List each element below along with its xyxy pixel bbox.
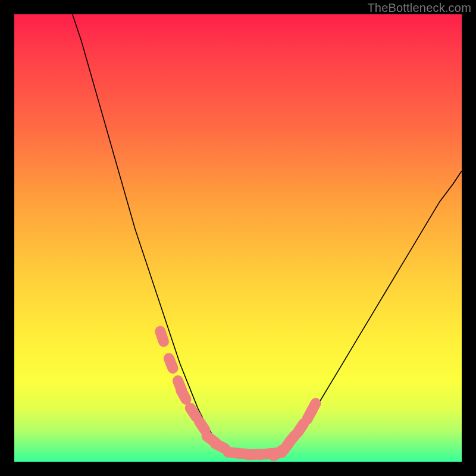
curve-marker: [169, 358, 173, 368]
curve-marker: [311, 403, 315, 413]
curve-marker: [160, 331, 164, 342]
bottleneck-curve: [73, 14, 462, 455]
chart-svg: [14, 14, 462, 462]
chart-plot-area: [14, 14, 462, 462]
curve-marker: [190, 408, 196, 417]
curve-marker: [199, 421, 205, 430]
curve-marker: [181, 390, 186, 399]
curve-marker: [298, 424, 303, 433]
watermark-text: TheBottleneck.com: [367, 1, 471, 15]
curve-marker: [215, 444, 225, 449]
